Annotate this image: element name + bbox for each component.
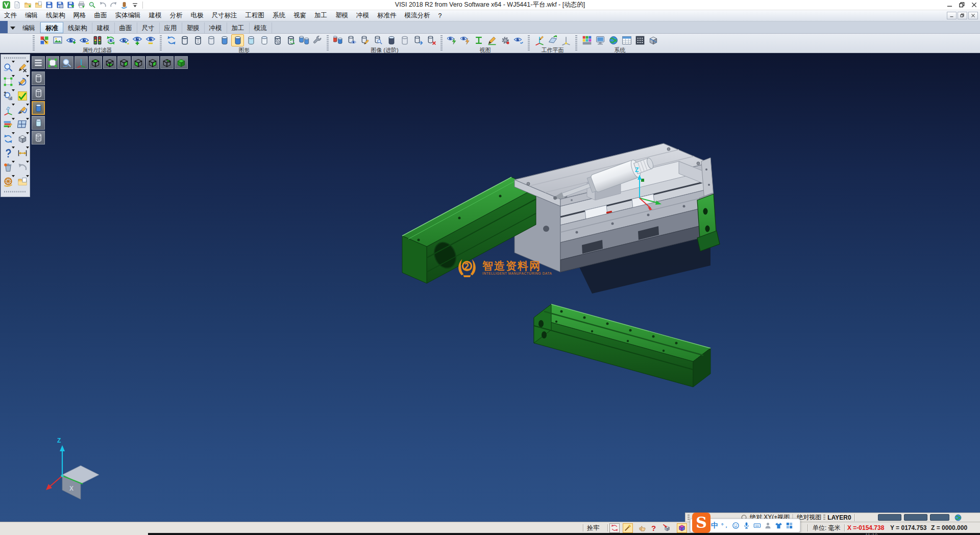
system-matrix-icon[interactable] — [633, 34, 646, 46]
display-settings-icon[interactable] — [311, 34, 324, 46]
menu-standard-parts[interactable]: 标准件 — [373, 10, 401, 21]
layer-color-swatch-2[interactable] — [904, 514, 927, 521]
measure-distance-icon[interactable] — [16, 146, 29, 160]
palette-grip[interactable] — [4, 191, 27, 192]
toolbar-options-dropdown[interactable] — [130, 1, 139, 9]
menu-electrode[interactable]: 电极 — [187, 10, 208, 21]
menu-machining[interactable]: 加工 — [310, 10, 331, 21]
tab-wireframe[interactable]: 线架构 — [63, 22, 92, 33]
ribbon-grip[interactable] — [327, 35, 329, 51]
ribbon-grip[interactable] — [33, 35, 35, 51]
curve-edit-icon[interactable] — [16, 75, 29, 89]
image-edit-icon[interactable] — [358, 34, 371, 46]
mdi-restore-button[interactable] — [958, 12, 967, 19]
move-orient-icon[interactable] — [2, 103, 15, 117]
zoom-in-out-icon[interactable] — [2, 89, 15, 103]
texture-view-icon[interactable] — [345, 34, 358, 46]
restore-button[interactable] — [955, 0, 968, 10]
system-display-icon[interactable] — [594, 34, 606, 46]
mdi-minimize-button[interactable] — [947, 12, 957, 19]
infobar-grip[interactable] — [688, 515, 690, 521]
freehand-sketch-icon[interactable] — [16, 103, 29, 117]
ime-punct-toggle[interactable]: °， — [721, 522, 729, 529]
hide-entity-icon[interactable] — [662, 523, 672, 533]
ime-profile-icon[interactable] — [764, 522, 772, 529]
show-add-filter-icon[interactable] — [64, 34, 77, 46]
dynamic-view-icon[interactable] — [446, 34, 458, 46]
macro-record-icon[interactable] — [119, 1, 129, 9]
delete-entity-icon[interactable] — [2, 160, 15, 175]
shaded-edges-display-icon[interactable] — [231, 34, 244, 46]
undo-last-icon[interactable] — [16, 160, 29, 175]
print-icon[interactable] — [77, 1, 86, 9]
system-render-icon[interactable] — [647, 34, 659, 46]
menu-mould[interactable]: 塑模 — [331, 10, 352, 21]
flat-display-icon[interactable] — [258, 34, 271, 46]
view-navigator-icon[interactable] — [2, 175, 15, 189]
menu-modeling[interactable]: 建模 — [145, 10, 166, 21]
palette-grip[interactable] — [4, 57, 27, 59]
menu-dimension[interactable]: 尺寸标注 — [208, 10, 241, 21]
hide-all-icon[interactable] — [144, 34, 157, 46]
ribbon-grip[interactable] — [528, 35, 530, 51]
view-right-icon[interactable] — [117, 56, 131, 69]
material-pair-icon[interactable] — [332, 34, 345, 46]
shade-solid-icon[interactable] — [16, 132, 29, 146]
context-help-icon[interactable]: ? — [651, 522, 656, 533]
menu-drafting[interactable]: 工程图 — [241, 10, 269, 21]
tab-mould[interactable]: 塑膜 — [182, 22, 205, 33]
save-icon[interactable] — [44, 1, 54, 9]
image-attribute-icon[interactable] — [51, 34, 64, 46]
active-layer-button[interactable]: LAYER0 — [827, 514, 851, 521]
save-as-icon[interactable] — [55, 1, 64, 9]
workplane-reset-icon[interactable] — [559, 34, 572, 46]
workplane-view-icon[interactable] — [472, 34, 485, 46]
menu-window[interactable]: 视窗 — [289, 10, 310, 21]
hide-remove-filter-icon[interactable] — [78, 34, 90, 46]
shaded-display-icon[interactable] — [218, 34, 231, 46]
tab-list-dropdown[interactable] — [8, 22, 18, 33]
menu-progress[interactable]: 冲模 — [352, 10, 373, 21]
ribbon-grip[interactable] — [575, 35, 577, 51]
attribute-books-icon[interactable] — [2, 117, 15, 132]
ime-emoji-icon[interactable] — [732, 522, 740, 529]
shaded-edges-mode-icon[interactable] — [32, 116, 45, 130]
ribbon-grip[interactable] — [160, 35, 162, 51]
cpl-cube-icon[interactable] — [677, 523, 687, 533]
workplane-align-icon[interactable] — [546, 34, 559, 46]
print-preview-icon[interactable] — [87, 1, 96, 9]
ime-lang-toggle[interactable]: 中 — [711, 521, 718, 530]
tab-progress[interactable]: 冲模 — [205, 22, 227, 33]
lower-green-rail[interactable] — [534, 304, 710, 387]
axis-orientation-icon[interactable] — [75, 56, 88, 69]
insert-file-icon[interactable] — [34, 1, 43, 9]
show-all-icon[interactable] — [131, 34, 143, 46]
snap-refresh-icon[interactable] — [609, 523, 620, 533]
regenerate-icon[interactable] — [2, 132, 15, 146]
entity-info-icon[interactable] — [2, 146, 15, 160]
pick-mode-icon[interactable] — [637, 523, 647, 533]
selection-zoom-icon[interactable] — [2, 60, 15, 75]
shaded-mode-icon[interactable] — [32, 101, 45, 115]
tab-dimension[interactable]: 尺寸 — [137, 22, 160, 33]
view-settings-icon[interactable] — [499, 34, 511, 46]
menu-file[interactable]: 文件 — [0, 10, 21, 21]
wireframe-mode-icon[interactable] — [32, 71, 45, 85]
export-image-icon[interactable] — [411, 34, 424, 46]
regen-solid-icon[interactable] — [284, 34, 297, 46]
save-all-icon[interactable] — [66, 1, 75, 9]
ime-mic-icon[interactable] — [743, 522, 750, 529]
menu-flow-analysis[interactable]: 模流分析 — [401, 10, 434, 21]
view-left-icon[interactable] — [146, 56, 159, 69]
menu-edit[interactable]: 编辑 — [21, 10, 42, 21]
minimize-button[interactable] — [943, 0, 955, 10]
view-menu-icon[interactable] — [32, 56, 45, 69]
ime-toolbox-icon[interactable] — [786, 522, 793, 529]
dark-material-icon[interactable] — [385, 34, 398, 46]
multi-viewport-icon[interactable] — [16, 117, 29, 132]
infobar-grip[interactable] — [823, 515, 825, 521]
world-globe-icon[interactable] — [954, 514, 962, 522]
ime-skin-icon[interactable] — [775, 522, 782, 529]
mdi-close-button[interactable] — [968, 12, 978, 19]
system-settings-globe-icon[interactable] — [607, 34, 620, 46]
